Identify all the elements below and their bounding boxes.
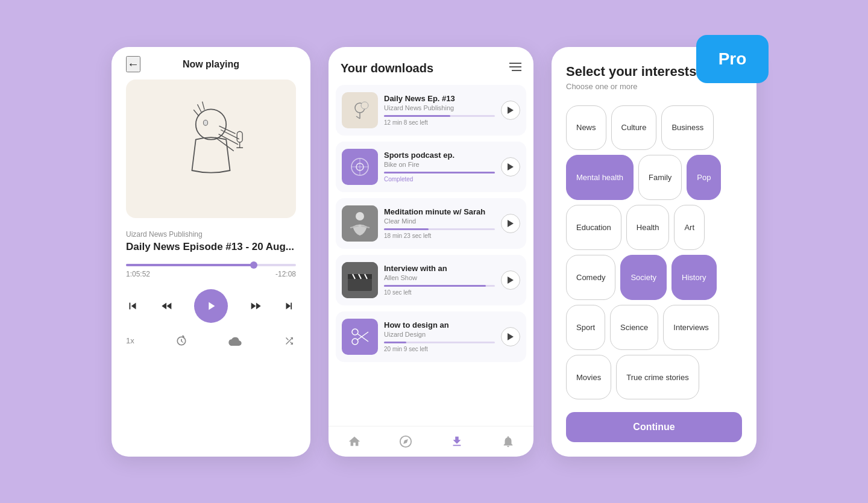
svg-marker-29 (508, 220, 514, 227)
downloads-header: Your downloads (329, 47, 533, 85)
tag-interviews[interactable]: Interviews (663, 305, 719, 350)
now-playing-card: ← Now playing Uizard News Publishing D (112, 47, 310, 457)
tag-health[interactable]: Health (626, 205, 670, 250)
tag-society[interactable]: Society (620, 255, 667, 300)
now-playing-header: ← Now playing (126, 59, 296, 70)
skip-next-button[interactable] (283, 299, 296, 313)
dl-play-button-interview[interactable] (501, 270, 520, 290)
svg-rect-25 (342, 205, 378, 242)
download-item-meditation: Meditation minute w/ Sarah Clear Mind 18… (336, 198, 526, 249)
bottom-nav (329, 426, 533, 457)
tag-true-crime[interactable]: True crime stories (616, 355, 699, 400)
shuffle-button[interactable] (283, 336, 296, 346)
svg-line-1 (193, 110, 199, 116)
episode-artwork (126, 80, 296, 218)
dl-thumb-interview (342, 262, 378, 298)
dl-play-button-design[interactable] (501, 327, 520, 346)
download-item-interview: Interview with an Allen Show 10 sec left (336, 255, 526, 305)
svg-rect-9 (237, 131, 242, 142)
continue-button[interactable]: Continue (566, 412, 742, 442)
tag-culture[interactable]: Culture (611, 105, 657, 151)
tag-sport[interactable]: Sport (566, 305, 605, 350)
interests-tags: News Culture Business Mental health Fami… (566, 105, 742, 400)
nav-home-button[interactable] (348, 435, 361, 448)
dl-info-meditation: Meditation minute w/ Sarah Clear Mind 18… (384, 207, 495, 239)
svg-line-39 (357, 334, 368, 342)
download-item-design: How to design an Uizard Design 20 min 9 … (336, 311, 526, 362)
svg-line-2 (198, 104, 201, 112)
tag-news[interactable]: News (566, 105, 606, 151)
filter-icon[interactable] (509, 62, 521, 75)
dl-item-author: Uizard Design (384, 331, 495, 338)
tag-business[interactable]: Business (661, 105, 714, 151)
episode-title: Daily News Episode #13 - 20 Aug... (126, 241, 296, 253)
speed-button[interactable]: 1x (126, 336, 134, 345)
downloads-card: Your downloads Daily News Ep. #13 Uizard… (329, 47, 533, 457)
svg-line-17 (356, 116, 360, 119)
dl-time-completed: Completed (384, 176, 495, 183)
fast-forward-button[interactable] (249, 299, 262, 313)
now-playing-title: Now playing (183, 59, 239, 70)
tag-mental-health[interactable]: Mental health (566, 155, 634, 200)
dl-thumb-news (342, 92, 378, 128)
svg-point-38 (352, 339, 358, 345)
time-display: 1:05:52 -12:08 (126, 270, 296, 278)
tag-education[interactable]: Education (566, 205, 621, 250)
svg-marker-19 (508, 107, 514, 114)
remaining-time: -12:08 (275, 270, 296, 278)
dl-play-button-meditation[interactable] (501, 214, 520, 233)
cloud-button[interactable] (228, 336, 242, 346)
dl-item-title: Sports podcast ep. (384, 151, 495, 160)
tag-science[interactable]: Science (610, 305, 658, 350)
dl-time: 20 min 9 sec left (384, 346, 495, 352)
play-pause-button[interactable] (194, 289, 228, 323)
dl-thumb-design (342, 319, 378, 355)
downloads-title: Your downloads (341, 61, 433, 75)
pro-badge: Pro (696, 35, 769, 83)
nav-explore-button[interactable] (399, 435, 412, 448)
tag-pop[interactable]: Pop (687, 155, 721, 200)
svg-point-26 (356, 212, 364, 220)
current-time: 1:05:52 (126, 270, 150, 278)
rewind-button[interactable] (160, 299, 174, 313)
tag-history[interactable]: History (671, 255, 716, 300)
skip-back-button[interactable] (126, 299, 139, 313)
dl-play-button-sports[interactable] (501, 157, 520, 177)
svg-point-37 (352, 329, 358, 335)
svg-marker-36 (508, 276, 514, 284)
dl-item-author: Clear Mind (384, 217, 495, 225)
interests-card: Pro Select your interests Choose one or … (552, 47, 756, 457)
interests-subtitle: Choose one or more (566, 82, 742, 91)
dl-info-news: Daily News Ep. #13 Uizard News Publishin… (384, 94, 495, 126)
dl-info-sports: Sports podcast ep. Bike on Fire Complete… (384, 151, 495, 183)
downloads-list: Daily News Ep. #13 Uizard News Publishin… (329, 85, 533, 426)
tag-movies[interactable]: Movies (566, 355, 611, 400)
dl-thumb-sports (342, 149, 378, 185)
nav-downloads-button[interactable] (450, 435, 464, 448)
dl-info-interview: Interview with an Allen Show 10 sec left (384, 264, 495, 296)
dl-item-author: Allen Show (384, 274, 495, 281)
svg-point-0 (196, 109, 226, 139)
tag-art[interactable]: Art (674, 205, 705, 250)
tag-family[interactable]: Family (638, 155, 682, 200)
sleep-timer-button[interactable] (175, 335, 187, 347)
svg-marker-24 (508, 163, 514, 170)
tag-comedy[interactable]: Comedy (566, 255, 615, 300)
progress-bar[interactable] (126, 264, 296, 266)
dl-item-title: Interview with an (384, 264, 495, 273)
dl-play-button-news[interactable] (501, 101, 520, 120)
svg-marker-43 (403, 439, 408, 444)
download-item-sports: Sports podcast ep. Bike on Fire Complete… (336, 142, 526, 192)
dl-time: 10 sec left (384, 289, 495, 296)
dl-item-title: Meditation minute w/ Sarah (384, 207, 495, 216)
nav-notifications-button[interactable] (502, 435, 515, 448)
svg-point-4 (203, 120, 207, 125)
download-item-news: Daily News Ep. #13 Uizard News Publishin… (336, 85, 526, 136)
dl-time: 12 min 8 sec left (384, 119, 495, 126)
dl-time: 18 min 23 sec left (384, 233, 495, 239)
svg-line-7 (219, 134, 238, 144)
back-button[interactable]: ← (126, 56, 140, 72)
svg-marker-41 (508, 333, 514, 340)
dl-item-author: Uizard News Publishing (384, 104, 495, 111)
dl-info-design: How to design an Uizard Design 20 min 9 … (384, 320, 495, 352)
